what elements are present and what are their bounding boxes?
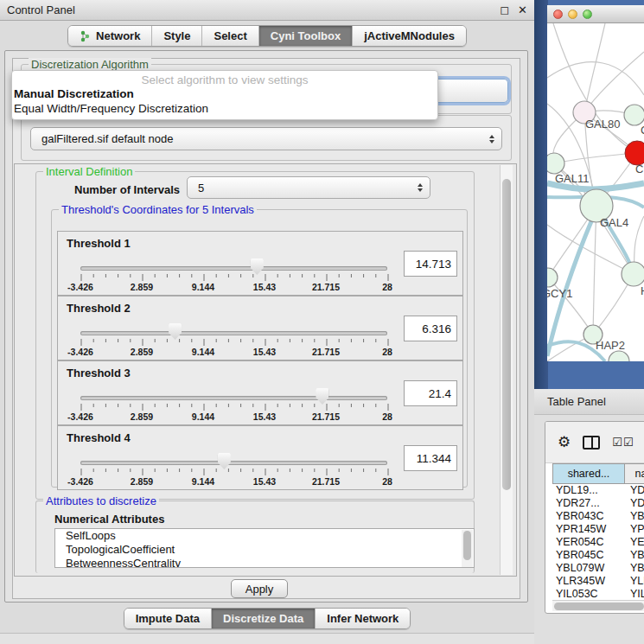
attributes-scrollbar[interactable] [462,530,473,568]
column-header-shared-name[interactable]: shared... [552,463,625,484]
table-cell[interactable]: YDL19... [552,484,625,497]
minimize-traffic-light-icon[interactable] [568,10,577,19]
attribute-item[interactable]: TopologicalCoefficient [55,543,474,557]
network-node[interactable] [624,105,644,125]
close-traffic-light-icon[interactable] [553,10,563,19]
attribute-items: SelfLoopsTopologicalCoefficientBetweenne… [55,529,474,568]
tab-label: jActiveMNodules [364,29,455,42]
table-row[interactable]: YBL079WYBL0 [552,562,644,575]
table-row[interactable]: YDL19...YDL1 [552,484,644,497]
table-row[interactable]: YER054CYER0 [552,536,644,549]
table-cell[interactable]: YDR27... [552,497,625,510]
slider-ticks [80,338,389,347]
column-header-name[interactable]: na [625,463,644,484]
table-cell[interactable]: YBL0 [625,562,644,575]
tab-label: Impute Data [136,612,200,625]
thresholds-group-label: Threshold's Coordinates for 5 Intervals [59,203,257,216]
table-cell[interactable]: YPR145W [552,523,625,536]
table-row[interactable]: YPR145WYPR1 [552,523,644,536]
attributes-scrollbar-thumb[interactable] [463,531,471,560]
tab-discretize-data[interactable]: Discretize Data [212,609,316,628]
slider-track[interactable] [80,461,387,465]
threshold-value-field[interactable]: 21.4 [404,380,457,406]
network-window-titlebar[interactable] [547,5,644,23]
settings-scrollbar[interactable] [500,165,513,575]
combo-arrows-icon [418,183,423,192]
threshold-label: Threshold 2 [67,302,131,315]
table-horizontal-scrollbar[interactable] [552,600,644,611]
tab-cyni-toolbox[interactable]: Cyni Toolbox [259,26,353,46]
slider-tick-labels: -3.4262.8599.14415.4321.71528 [80,476,387,487]
network-node[interactable] [547,268,558,287]
float-window-icon[interactable]: ◻ [500,4,509,16]
table-row[interactable]: YBR043CYBR0 [552,510,644,523]
network-edge[interactable] [593,206,596,335]
table-row[interactable]: YBR045CYBR0 [552,549,644,562]
table-cell[interactable]: YER054C [552,536,625,549]
table-cell[interactable]: YER0 [625,536,644,549]
network-edge[interactable] [584,52,644,112]
dropdown-item-manual-discretization[interactable]: Manual Discretization [12,86,437,101]
tab-style[interactable]: Style [152,26,202,46]
network-node[interactable] [622,262,644,286]
table-cell[interactable]: YIL0 [625,588,644,601]
slider-track[interactable] [80,266,387,271]
threshold-value-field[interactable]: 11.344 [404,445,457,471]
tick-label: 21.715 [312,282,340,292]
table-row[interactable]: YDR27...YDR2 [552,497,644,510]
network-edge[interactable] [553,23,637,153]
slider-tick-labels: -3.4262.8599.14415.4321.71528 [80,282,387,292]
gear-icon[interactable]: ⚙ [558,435,571,450]
control-panel: Control Panel ◻ ✕ NetworkStyleSelectCyni… [0,0,534,644]
zoom-traffic-light-icon[interactable] [583,10,592,19]
threshold-value-field[interactable]: 14.713 [404,251,457,277]
network-edge[interactable] [547,225,634,274]
network-node[interactable] [609,351,629,361]
tab-select[interactable]: Select [202,26,258,46]
numerical-attributes-list: SelfLoopsTopologicalCoefficientBetweenne… [54,528,475,568]
tab-impute-data[interactable]: Impute Data [124,609,212,628]
table-cell[interactable]: YBR0 [625,549,644,562]
attribute-item[interactable]: SelfLoops [55,529,474,543]
network-canvas[interactable]: GAL80GAGAL11GAL4CGCY1HHAP2 [547,23,644,361]
split-columns-icon[interactable] [583,436,600,450]
tab-network[interactable]: Network [68,26,152,46]
table-cell[interactable]: YDL1 [625,484,644,497]
dropdown-hint-item[interactable]: Select algorithm to view settings [12,71,437,86]
network-edge[interactable] [554,153,637,163]
tab-jactivemnodules[interactable]: jActiveMNodules [353,26,466,46]
network-graph: GAL80GAGAL11GAL4CGCY1HHAP2 [547,23,644,361]
number-of-intervals-label: Number of Intervals [74,183,180,196]
network-view-window: GAL80GAGAL11GAL4CGCY1HHAP2 [547,5,644,361]
settings-scrollbar-thumb[interactable] [502,179,511,490]
tick-label: 9.144 [192,411,214,422]
attribute-item[interactable]: BetweennessCentrality [55,557,474,568]
table-cell[interactable]: YPR1 [625,523,644,536]
number-of-intervals-combobox[interactable]: 5 [187,176,430,199]
table-cell[interactable]: YBR045C [552,549,625,562]
table-cell[interactable]: YIL053C [552,588,625,601]
apply-button[interactable]: Apply [231,579,288,598]
table-hscrollbar-thumb[interactable] [554,603,644,610]
slider-track[interactable] [80,396,387,400]
table-data-combobox[interactable]: galFiltered.sif default node [30,127,502,150]
close-icon[interactable]: ✕ [518,4,527,16]
tab-infer-network[interactable]: Infer Network [316,609,410,628]
table-row[interactable]: YLR345WYLR3 [552,575,644,588]
column-checkboxes-icon[interactable]: ☑☑ [612,436,634,449]
slider-ticks [80,403,389,411]
threshold-value-field[interactable]: 6.316 [404,316,457,341]
network-edge[interactable] [547,62,644,95]
tick-label: 28 [382,282,392,292]
table-cell[interactable]: YBR043C [552,510,625,523]
dropdown-item-equal-width-frequency[interactable]: Equal Width/Frequency Discretization [12,101,437,116]
network-node[interactable] [547,153,564,174]
slider-track[interactable] [80,331,387,335]
table-cell[interactable]: YLR345W [552,575,625,588]
table-row[interactable]: YIL053CYIL0 [552,588,644,601]
table-cell[interactable]: YBL079W [552,562,625,575]
node-table: ⚙ ☑☑ shared... na YDL19...YDL1YDR27...YD… [545,421,644,614]
table-cell[interactable]: YBR0 [625,510,644,523]
table-cell[interactable]: YDR2 [625,497,644,510]
table-cell[interactable]: YLR3 [625,575,644,588]
